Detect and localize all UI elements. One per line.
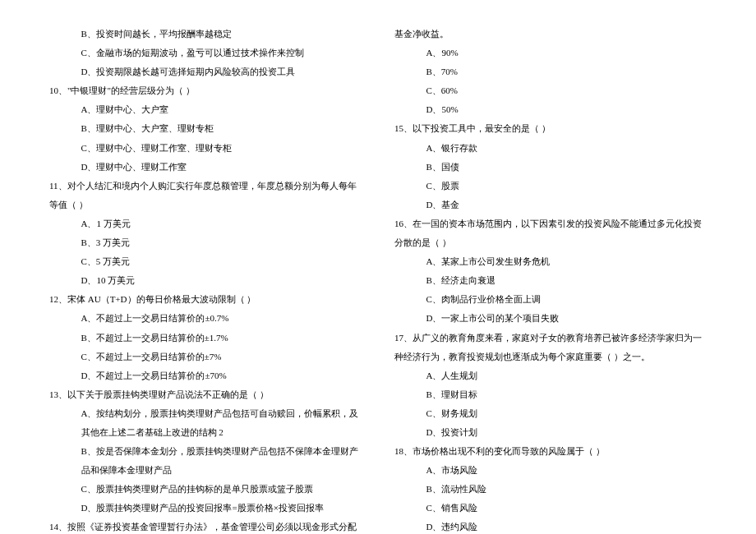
q18-option-b: B、流动性风险: [394, 480, 707, 499]
q10-option-a: A、理财中心、大户室: [49, 100, 362, 119]
q13: 13、以下关于股票挂钩类理财产品说法不正确的是（ ）: [49, 385, 362, 404]
q18-option-c: C、销售风险: [394, 499, 707, 518]
q10-option-d: D、理财中心、理财工作室: [49, 158, 362, 177]
q13-option-c: C、股票挂钩类理财产品的挂钩标的是单只股票或篮子股票: [49, 480, 362, 499]
q16-option-d: D、一家上市公司的某个项目失败: [394, 309, 707, 328]
q12-option-b: B、不超过上一交易日结算价的±1.7%: [49, 329, 362, 348]
q17-option-b: B、理财目标: [394, 385, 707, 404]
q17-option-a: A、人生规划: [394, 366, 707, 385]
q10-option-b: B、理财中心、大户室、理财专柜: [49, 119, 362, 138]
q13-option-a: A、按结构划分，股票挂钩类理财产品包括可自动赎回，价幅累积，及其他在上述二者基础…: [49, 404, 362, 442]
q12-option-a: A、不超过上一交易日结算价的±0.7%: [49, 309, 362, 328]
q10: 10、"中银理财"的经营层级分为（ ）: [49, 81, 362, 100]
q14-option-b: B、70%: [394, 62, 707, 81]
left-column: B、投资时间越长，平均报酬率越稳定 C、金融市场的短期波动，盈亏可以通过技术操作…: [49, 25, 362, 534]
q16-option-b: B、经济走向衰退: [394, 271, 707, 290]
q11-option-c: C、5 万美元: [49, 252, 362, 271]
q14-option-d: D、50%: [394, 100, 707, 119]
q18: 18、市场价格出现不利的变化而导致的风险属于（ ）: [394, 442, 707, 461]
q15-option-d: D、基金: [394, 196, 707, 214]
q18-option-a: A、市场风险: [394, 461, 707, 480]
q12-option-d: D、不超过上一交易日结算价的±70%: [49, 366, 362, 385]
q14-option-a: A、90%: [394, 44, 707, 62]
q15: 15、以下投资工具中，最安全的是（ ）: [394, 119, 707, 138]
q11-option-b: B、3 万美元: [49, 233, 362, 252]
q12: 12、宋体 AU（T+D）的每日价格最大波动限制（ ）: [49, 290, 362, 309]
q14: 14、按照《证券投资基金管理暂行办法》，基金管理公司必须以现金形式分配至少（ ）…: [49, 518, 362, 534]
q11-option-a: A、1 万美元: [49, 214, 362, 233]
q18-option-d: D、违约风险: [394, 518, 707, 534]
document-body: B、投资时间越长，平均报酬率越稳定 C、金融市场的短期波动，盈亏可以通过技术操作…: [49, 25, 707, 534]
q11-option-d: D、10 万美元: [49, 271, 362, 290]
q12-option-c: C、不超过上一交易日结算价的±7%: [49, 348, 362, 366]
q15-option-a: A、银行存款: [394, 139, 707, 158]
q16-option-a: A、某家上市公司发生财务危机: [394, 252, 707, 271]
q15-option-c: C、股票: [394, 177, 707, 196]
q13-option-b: B、按是否保障本金划分，股票挂钩类理财产品包括不保障本金理财产品和保障本金理财产…: [49, 442, 362, 480]
q16: 16、在一国的资本市场范围内，以下因素引发的投资风险不能通过多元化投资分散的是（…: [394, 214, 707, 252]
q14-option-c: C、60%: [394, 81, 707, 100]
q15-option-b: B、国债: [394, 158, 707, 177]
q9-option-d: D、投资期限越长越可选择短期内风险较高的投资工具: [49, 62, 362, 81]
q10-option-c: C、理财中心、理财工作室、理财专柜: [49, 139, 362, 158]
q13-option-d: D、股票挂钩类理财产品的投资回报率=股票价格×投资回报率: [49, 499, 362, 518]
right-column: 基金净收益。 A、90% B、70% C、60% D、50% 15、以下投资工具…: [394, 25, 707, 534]
q11: 11、对个人结汇和境内个人购汇实行年度总额管理，年度总额分别为每人每年等值（ ）: [49, 177, 362, 214]
q9-option-c: C、金融市场的短期波动，盈亏可以通过技术操作来控制: [49, 44, 362, 62]
q17-option-d: D、投资计划: [394, 423, 707, 442]
q16-option-c: C、肉制品行业价格全面上调: [394, 290, 707, 309]
q17-option-c: C、财务规划: [394, 404, 707, 423]
q17: 17、从广义的教育角度来看，家庭对子女的教育培养已被许多经济学家归为一种经济行为…: [394, 329, 707, 366]
q9-option-b: B、投资时间越长，平均报酬率越稳定: [49, 25, 362, 44]
q14-cont: 基金净收益。: [394, 25, 707, 44]
